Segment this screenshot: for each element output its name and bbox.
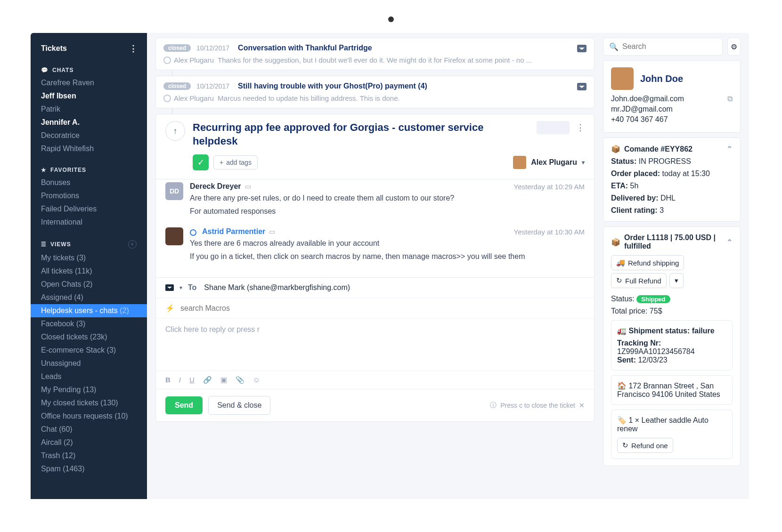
full-refund-button[interactable]: ↻ Full Refund [611,273,667,288]
sidebar-favorite-item[interactable]: Bonuses [31,176,147,189]
format-toolbar: B I U 🔗 ▣ 📎 ☺ [156,371,594,389]
mail-icon[interactable] [165,284,174,291]
ticket-more-icon[interactable]: ⋮ [576,122,585,133]
sidebar: Tickets ⋮ 💬 CHATS Carefree RavenJeff Ibs… [31,33,147,499]
sidebar-view-item[interactable]: Closed tickets (23k) [31,330,147,344]
sidebar-favorite-item[interactable]: International [31,216,147,229]
sidebar-view-item[interactable]: My tickets (3) [31,251,147,265]
send-button[interactable]: Send [165,396,203,414]
sidebar-view-item[interactable]: Helpdesk users - chats (2) [31,304,147,317]
sidebar-view-item[interactable]: Chat (60) [31,423,147,436]
sidebar-view-item[interactable]: Office hours requests (10) [31,410,147,423]
message: Astrid Parmentier▭Yesterday at 10:30 AMY… [165,227,585,262]
search-input[interactable] [622,42,717,51]
sidebar-chat-item[interactable]: Rapid Whitefish [31,142,147,155]
sidebar-menu-icon[interactable]: ⋮ [129,43,138,54]
ticket-date: 10/12/2017 [196,44,229,52]
emoji-icon[interactable]: ☺ [253,376,260,384]
add-view-icon[interactable]: + [128,240,137,249]
bold-icon[interactable]: B [165,376,171,384]
sidebar-view-item[interactable]: Assigned (4) [31,291,147,304]
sidebar-view-item[interactable]: My closed tickets (130) [31,396,147,410]
settings-button[interactable]: ⚙ [727,38,741,56]
star-icon: ★ [41,167,47,173]
right-panel: 🔍 ⚙ John Doe John.doe@gmail.com ⧉ mr.JD@… [603,33,749,499]
package-icon: 📦 [611,145,620,153]
sidebar-chat-item[interactable]: Carefree Raven [31,76,147,89]
sidebar-view-item[interactable]: Spam (1463) [31,462,147,476]
sidebar-chat-item[interactable]: Decoratrice [31,129,147,142]
sidebar-view-item[interactable]: Trash (12) [31,449,147,462]
close-hint-x[interactable]: ✕ [579,402,585,409]
chat-bubble-icon: 💬 [41,67,49,73]
reply-textarea[interactable]: Click here to reply or press r [156,319,594,371]
sidebar-view-item[interactable]: My Pending (13) [31,383,147,396]
order-panel-1: 📦 Comande #EYY862 ⌃ Status: IN PROGRESS … [603,137,741,222]
send-close-button[interactable]: Send & close [208,396,270,415]
sidebar-title: Tickets [41,44,67,53]
sidebar-view-item[interactable]: Open Chats (2) [31,278,147,291]
house-icon: 🏠 [617,382,627,390]
message-time: Yesterday at 10:30 AM [514,228,585,236]
plus-icon: + [220,159,223,166]
sidebar-view-item[interactable]: Leads [31,370,147,383]
ticket-card[interactable]: closed10/12/2017Still having trouble wit… [155,76,595,108]
link-icon[interactable]: 🔗 [203,376,212,384]
italic-icon[interactable]: I [179,376,181,384]
user-icon [163,56,171,64]
list-icon: ☰ [41,241,47,248]
camera-dot [388,16,394,22]
status-pill: closed [163,82,191,90]
ticket-title: Conversation with Thankful Partridge [238,44,372,52]
message-text: If you go in a ticket, then click on sea… [190,251,585,262]
channel-chevron-icon[interactable]: ▾ [179,284,182,291]
ticket-preview: Thanks for the suggestion, but I doubt w… [218,56,532,64]
refund-shipping-button[interactable]: 🚚 Refund shipping [611,255,684,270]
order2-header[interactable]: 📦 Order L1118 | 75.00 USD | fulfilled ⌃ [611,234,733,250]
sidebar-view-item[interactable]: E-commerce Stack (3) [31,344,147,357]
ticket-card[interactable]: closed10/12/2017Conversation with Thankf… [155,38,595,70]
sidebar-chat-item[interactable]: Jennifer A. [31,116,147,129]
message-author: Dereck Dreyer [190,182,241,191]
sidebar-view-item[interactable]: Unassigned [31,357,147,370]
sidebar-favorite-item[interactable]: Failed Deliveries [31,202,147,216]
sidebar-chat-item[interactable]: Jeff Ibsen [31,89,147,103]
sidebar-view-item[interactable]: All tickets (11k) [31,265,147,278]
chevron-up-icon: ⌃ [726,238,733,247]
sidebar-view-item[interactable]: Facebook (3) [31,317,147,330]
item-subpanel: 🏷️ 1 × Leather saddle Auto renew ↻ Refun… [611,410,733,459]
message-avatar [165,227,183,245]
order1-header[interactable]: 📦 Comande #EYY862 ⌃ [611,145,733,153]
ticket-status-placeholder [537,121,570,134]
address-subpanel: 🏠 172 Brannan Street , San Francisco 941… [611,375,733,405]
to-field[interactable]: Shane Mark (shane@markbergfishing.com) [204,283,350,292]
package-icon: 📦 [611,238,620,247]
attach-icon[interactable]: 📎 [236,376,244,384]
message-time: Yesterday at 10:29 AM [514,183,585,191]
customer-email-1: John.doe@gmail.com [611,95,684,103]
compose-box: ▾ To Shane Mark (shane@markbergfishing.c… [155,277,595,422]
underline-icon[interactable]: U [189,376,195,384]
messages-area: DDDereck Dreyer▭Yesterday at 10:29 AMAre… [155,179,595,277]
mark-done-button[interactable]: ✓ [193,154,209,170]
add-tags-button[interactable]: + add tags [213,155,258,169]
sidebar-view-item[interactable]: Aircall (2) [31,436,147,449]
collapse-up-icon[interactable]: ↑ [165,121,185,141]
refund-one-button[interactable]: ↻ Refund one [617,438,673,453]
refresh-icon: ↻ [616,276,622,285]
refund-more-button[interactable]: ▾ [669,273,684,288]
agent-icon [190,229,196,236]
sidebar-chat-item[interactable]: Patrik [31,103,147,116]
sidebar-favorite-item[interactable]: Promotions [31,189,147,202]
search-icon: 🔍 [609,42,619,51]
ticket-date: 10/12/2017 [196,82,229,90]
macros-search-input[interactable] [180,304,585,313]
copy-icon[interactable]: ⧉ [727,95,733,103]
mail-icon [577,45,586,52]
image-icon[interactable]: ▣ [220,376,227,384]
search-box[interactable]: 🔍 [603,38,723,56]
user-icon [163,95,171,102]
assignee-selector[interactable]: Alex Plugaru ▾ [513,156,585,169]
refresh-icon: ↻ [622,441,628,450]
order-panel-2: 📦 Order L1118 | 75.00 USD | fulfilled ⌃ … [603,226,741,466]
